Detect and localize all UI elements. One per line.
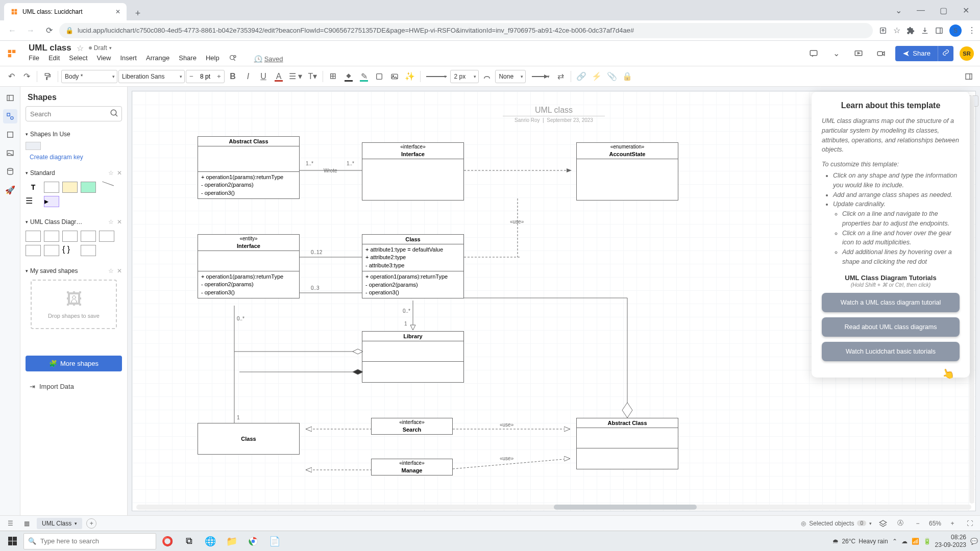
canvas-scrollbar-vertical[interactable] <box>969 95 974 504</box>
shape-style-button[interactable] <box>372 69 386 84</box>
close-window-icon[interactable]: ✕ <box>955 3 976 18</box>
uml-library[interactable]: Library <box>362 331 464 383</box>
fullscreen-icon[interactable]: ⛶ <box>964 517 976 530</box>
browser-tab[interactable]: UML class: Lucidchart ✕ <box>4 3 127 20</box>
menu-edit[interactable]: Edit <box>48 54 60 64</box>
uml-shape[interactable] <box>81 245 96 256</box>
search-icon[interactable] <box>110 109 119 120</box>
task-view-icon[interactable]: ⧉ <box>179 532 199 550</box>
forward-button[interactable]: → <box>22 22 39 39</box>
uml-shape[interactable] <box>44 245 59 256</box>
word-icon[interactable]: 📄 <box>264 532 285 550</box>
bookmark-icon[interactable]: ☆ <box>893 26 900 35</box>
attachment-button[interactable]: 📎 <box>605 69 619 84</box>
share-button[interactable]: Share <box>895 46 938 61</box>
start-button[interactable] <box>2 532 22 550</box>
grid-view-icon[interactable]: ▦ <box>20 517 33 530</box>
wifi-icon[interactable]: 📶 <box>912 538 919 545</box>
italic-button[interactable]: I <box>241 69 255 84</box>
align-button[interactable]: ☰ ▾ <box>287 69 304 84</box>
weather-widget[interactable]: 🌧 26°C Heavy rain <box>832 538 888 545</box>
decrease-font-button[interactable]: − <box>186 70 197 83</box>
uml-class-2[interactable]: Class <box>198 423 300 455</box>
menu-kebab-icon[interactable]: ⋮ <box>968 26 976 35</box>
section-standard[interactable]: ▾ Standard ☆✕ <box>26 167 122 179</box>
watch-basic-tutorials-button[interactable]: Watch Lucidchart basic tutorials <box>822 342 960 361</box>
shapes-rail-icon[interactable] <box>3 109 17 123</box>
uml-shape[interactable] <box>26 231 41 242</box>
section-uml-class[interactable]: ▾ UML Class Diagr… ☆✕ <box>26 216 122 228</box>
close-section-icon[interactable]: ✕ <box>117 267 122 274</box>
start-arrow-select[interactable]: None <box>495 70 526 83</box>
note-shape[interactable] <box>62 182 78 193</box>
minimize-icon[interactable]: — <box>911 3 931 18</box>
font-size-input[interactable] <box>197 73 214 80</box>
sidepanel-icon[interactable] <box>935 27 943 35</box>
uml-shape[interactable] <box>81 231 96 242</box>
lock-button[interactable]: 🔒 <box>620 69 634 84</box>
bold-button[interactable]: B <box>226 69 240 84</box>
explorer-icon[interactable]: 📁 <box>222 532 242 550</box>
profile-avatar[interactable]: S <box>949 24 962 37</box>
user-avatar[interactable]: SR <box>960 46 974 61</box>
undo-button[interactable]: ↶ <box>4 69 18 84</box>
block-shape[interactable] <box>81 182 96 193</box>
bucket-fill-button[interactable] <box>341 69 356 84</box>
uml-shape[interactable] <box>62 231 78 242</box>
taskbar-search[interactable]: 🔍 Type here to search <box>23 533 156 549</box>
increase-font-button[interactable]: + <box>214 70 224 83</box>
shapes-search-input[interactable] <box>26 106 122 121</box>
record-icon[interactable] <box>873 45 889 62</box>
redo-button[interactable]: ↷ <box>19 69 34 84</box>
uml-interface-1[interactable]: «interface» Interface <box>362 142 464 201</box>
menu-help[interactable]: Help <box>206 54 219 64</box>
border-color-button[interactable]: ✎ <box>357 69 371 84</box>
star-icon[interactable]: ☆ <box>77 43 84 53</box>
end-arrow-select[interactable] <box>527 69 552 84</box>
list-shape[interactable]: ☰ <box>26 196 41 207</box>
document-title[interactable]: UML class <box>29 43 71 53</box>
text-options-button[interactable]: T▾ <box>305 69 320 84</box>
add-page-button[interactable]: + <box>86 518 96 529</box>
taskbar-clock[interactable]: 08:26 23-09-2023 <box>935 534 966 548</box>
zoom-in-button[interactable]: + <box>946 517 959 530</box>
magic-button[interactable]: ✨ <box>403 69 417 84</box>
uml-class-main[interactable]: Class + attribute1:type = defaultValue +… <box>362 234 464 298</box>
accessibility-icon[interactable]: Ⓐ <box>894 517 906 530</box>
edge-icon[interactable]: 🌐 <box>200 532 220 550</box>
address-bar[interactable]: 🔒 lucid.app/lucidchart/c750c080-4ed5-477… <box>59 23 873 38</box>
battery-icon[interactable]: 🔋 <box>923 538 931 545</box>
text-color-button[interactable]: A <box>272 69 286 84</box>
import-data-button[interactable]: ⇥ Import Data <box>26 379 122 394</box>
present-icon[interactable] <box>850 45 867 62</box>
action-button[interactable]: ⚡ <box>590 69 604 84</box>
comment-icon[interactable] <box>805 45 822 62</box>
pin-icon[interactable]: ☆ <box>108 169 114 177</box>
uml-shape[interactable] <box>99 231 114 242</box>
panels-toggle-button[interactable] <box>962 69 976 84</box>
swap-arrows-button[interactable]: ⇄ <box>553 69 568 84</box>
page-tab[interactable]: UML Class ▾ <box>37 518 82 529</box>
menu-view[interactable]: View <box>97 54 111 64</box>
layers-icon[interactable] <box>877 517 889 530</box>
downloads-icon[interactable] <box>921 27 929 35</box>
cortana-icon[interactable]: ⭕ <box>157 532 178 550</box>
menu-file[interactable]: File <box>29 54 39 64</box>
menu-select[interactable]: Select <box>69 54 87 64</box>
section-saved-shapes[interactable]: ▾ My saved shapes ☆✕ <box>26 265 122 277</box>
uml-interface-manage[interactable]: «interface» Manage <box>371 459 453 475</box>
read-uml-button[interactable]: Read about UML class diagrams <box>822 317 960 337</box>
create-diagram-key-link[interactable]: Create diagram key <box>30 154 83 161</box>
line-curve-button[interactable] <box>480 69 494 84</box>
font-style-select[interactable]: Body * <box>61 70 117 83</box>
new-tab-button[interactable]: + <box>131 6 145 20</box>
line-width-select[interactable]: 2 px <box>450 70 479 83</box>
hotspot-shape[interactable]: ▸ <box>44 196 59 207</box>
selection-indicator[interactable]: ◎ Selected objects 0 ▾ <box>801 520 872 527</box>
panel-toggle-icon[interactable] <box>3 91 17 105</box>
uml-shape[interactable]: { } <box>62 245 78 256</box>
menu-share[interactable]: Share <box>179 54 197 64</box>
rect-shape[interactable] <box>44 182 59 193</box>
menu-arrange[interactable]: Arrange <box>146 54 169 64</box>
onedrive-icon[interactable]: ☁ <box>901 538 908 545</box>
